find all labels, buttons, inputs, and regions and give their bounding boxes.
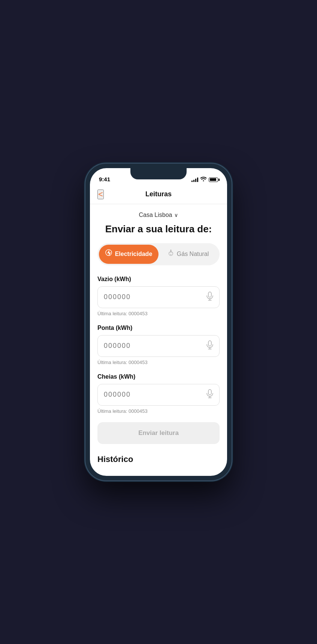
ponta-input[interactable] xyxy=(104,336,206,357)
vazio-label: Vazio (kWh) xyxy=(97,276,220,283)
mic-icon-cheias[interactable] xyxy=(206,389,213,400)
bolt-icon xyxy=(105,249,112,259)
cheias-last-reading: Última leitura: 0000453 xyxy=(97,408,220,414)
nav-bar: < Leituras xyxy=(90,185,227,204)
ponta-input-wrapper xyxy=(97,335,220,357)
ponta-field-group: Ponta (kWh) Última leitura: 0000453 xyxy=(97,325,220,365)
vazio-field-group: Vazio (kWh) Última leitura: 0000453 xyxy=(97,276,220,316)
status-time: 9:41 xyxy=(99,176,110,182)
flame-icon xyxy=(168,250,174,259)
toggle-tabs: Electricidade Gás Natural xyxy=(97,243,220,265)
signal-bars-icon xyxy=(191,178,198,182)
vazio-input-wrapper xyxy=(97,286,220,308)
mic-icon-ponta[interactable] xyxy=(206,340,213,351)
cheias-input-wrapper xyxy=(97,384,220,406)
status-icons xyxy=(191,177,218,182)
wifi-icon xyxy=(200,177,206,182)
ponta-last-reading: Última leitura: 0000453 xyxy=(97,360,220,365)
cheias-input[interactable] xyxy=(104,384,206,405)
svg-rect-7 xyxy=(208,390,211,395)
svg-rect-4 xyxy=(208,341,211,346)
battery-icon xyxy=(209,178,218,182)
vazio-last-reading: Última leitura: 0000453 xyxy=(97,311,220,316)
nav-title: Leituras xyxy=(145,190,172,198)
historico-heading: Histórico xyxy=(97,454,220,464)
submit-button[interactable]: Enviar leitura xyxy=(97,422,220,444)
tab-gas-label: Gás Natural xyxy=(177,251,209,257)
vazio-input[interactable] xyxy=(104,287,206,308)
mic-icon-vazio[interactable] xyxy=(206,292,213,302)
ponta-label: Ponta (kWh) xyxy=(97,325,220,331)
chevron-down-icon: ∨ xyxy=(174,212,178,218)
tab-gas[interactable]: Gás Natural xyxy=(158,245,218,264)
svg-rect-1 xyxy=(208,292,211,297)
cheias-label: Cheias (kWh) xyxy=(97,373,220,380)
location-name: Casa Lisboa xyxy=(139,212,172,218)
back-button[interactable]: < xyxy=(97,190,104,199)
main-content: Casa Lisboa ∨ Enviar a sua leitura de: E… xyxy=(90,204,227,476)
location-selector[interactable]: Casa Lisboa ∨ xyxy=(97,212,220,218)
cheias-field-group: Cheias (kWh) Última leitura: 0000453 xyxy=(97,373,220,414)
main-heading: Enviar a sua leitura de: xyxy=(97,223,220,236)
tab-electricidade[interactable]: Electricidade xyxy=(99,245,158,264)
tab-electricidade-label: Electricidade xyxy=(115,251,153,257)
